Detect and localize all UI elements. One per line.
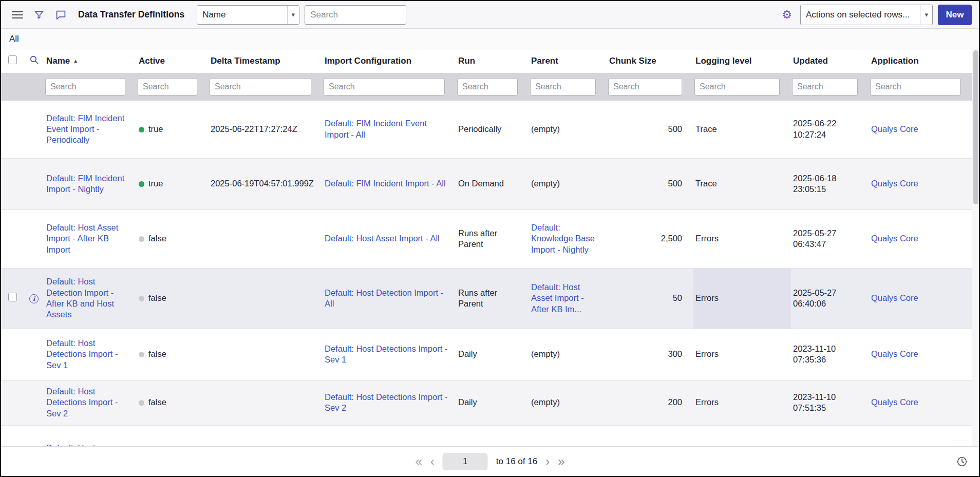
cell-active: false: [137, 268, 209, 329]
filter-input-name[interactable]: [45, 78, 125, 96]
cell-chunk-size: 500: [607, 101, 693, 158]
import-configuration-link[interactable]: Default: Host Detection Import - All: [325, 288, 443, 308]
filter-icon[interactable]: [31, 7, 47, 23]
table-row[interactable]: Default: Host Detections ImportfalseDefa…: [1, 425, 972, 446]
row-select-cell: [1, 380, 24, 425]
filter-input-delta-timestamp[interactable]: [210, 78, 311, 96]
name-link[interactable]: Default: FIM Incident Import - Nightly: [46, 174, 124, 194]
parent-link[interactable]: Default: Host Asset Import - After KB Im…: [531, 282, 584, 314]
active-status-dot: [139, 352, 144, 357]
cell-parent: (empty): [529, 329, 607, 380]
cell-delta-timestamp: [209, 268, 323, 329]
filter-input-logging-level[interactable]: [694, 78, 780, 96]
cell-run: Daily: [456, 380, 529, 425]
filter-input-parent[interactable]: [530, 78, 596, 96]
column-header-chunk-size[interactable]: Chunk Size: [607, 49, 693, 73]
cell-updated: 2023-11-10: [791, 425, 869, 446]
column-header-name[interactable]: Name▲: [44, 49, 137, 73]
cell-chunk-size: 2,500: [607, 209, 693, 268]
last-page-button[interactable]: »: [558, 455, 564, 468]
cell-name: Default: Host Detections Import - Sev 1: [44, 329, 137, 380]
column-header-application[interactable]: Application: [869, 49, 972, 73]
active-status-text: true: [148, 124, 163, 133]
table-row[interactable]: iDefault: Host Detection Import - After …: [1, 268, 972, 329]
import-configuration-link[interactable]: Default: Host Detections Import - Sev 2: [325, 392, 447, 412]
global-search-input[interactable]: [305, 5, 406, 25]
column-header-parent[interactable]: Parent: [529, 49, 607, 73]
import-configuration-link[interactable]: Default: Host Asset Import - All: [325, 234, 440, 243]
table-row[interactable]: Default: Host Detections Import - Sev 2f…: [1, 380, 972, 425]
comment-icon[interactable]: [52, 7, 69, 23]
column-header-logging-level[interactable]: Logging level: [693, 49, 791, 73]
gear-icon[interactable]: ⚙: [779, 7, 795, 23]
tab-all[interactable]: All: [9, 34, 19, 44]
first-page-button[interactable]: «: [415, 455, 422, 468]
filter-input-application[interactable]: [870, 78, 960, 96]
column-header-active[interactable]: Active: [137, 49, 209, 73]
column-header-run[interactable]: Run: [456, 49, 529, 73]
info-icon[interactable]: i: [29, 294, 39, 303]
name-link[interactable]: Default: FIM Incident Event Import - Per…: [46, 113, 124, 145]
cell-updated: 2023-11-10 07:35:36: [791, 329, 869, 380]
filter-input-updated[interactable]: [792, 78, 858, 96]
import-configuration-link[interactable]: Default: FIM Incident Event Import - All: [325, 119, 427, 139]
filter-input-active[interactable]: [138, 78, 197, 96]
application-link[interactable]: Qualys Core: [871, 397, 918, 407]
search-icon[interactable]: [29, 55, 39, 65]
active-status-text: false: [148, 234, 166, 243]
column-header-delta-timestamp[interactable]: Delta Timestamp: [209, 49, 323, 73]
table-row[interactable]: Default: FIM Incident Event Import - Per…: [1, 101, 972, 158]
row-select-cell: [1, 101, 24, 158]
filter-input-chunk-size[interactable]: [608, 78, 682, 96]
name-link[interactable]: Default: Host Detection Import - After K…: [46, 277, 114, 319]
vertical-scrollbar[interactable]: [972, 49, 979, 446]
cell-chunk-size: 50: [607, 268, 693, 329]
cell-logging-level: Trace: [693, 158, 791, 209]
filter-input-run[interactable]: [457, 78, 518, 96]
application-link[interactable]: Qualys Core: [871, 179, 918, 188]
parent-link[interactable]: Default: Knowledge Base Import - Nightly: [531, 223, 595, 254]
row-select-cell: [1, 209, 24, 268]
active-status-dot: [139, 296, 144, 301]
name-link[interactable]: Default: Host Asset Import - After KB Im…: [46, 223, 118, 254]
history-clock-icon[interactable]: [951, 447, 973, 476]
filter-input-import-configuration[interactable]: [324, 78, 445, 96]
search-field-select[interactable]: Name ▾: [197, 5, 299, 25]
cell-run: Runs after Parent: [456, 268, 529, 329]
search-field-selected-value: Name: [202, 10, 281, 20]
select-all-checkbox[interactable]: [8, 55, 17, 64]
scrollbar-thumb[interactable]: [973, 50, 978, 204]
application-link[interactable]: Qualys Core: [871, 349, 918, 358]
table-row[interactable]: Default: Host Asset Import - After KB Im…: [1, 209, 972, 268]
row-checkbox[interactable]: [8, 293, 17, 301]
cell-name: Default: FIM Incident Import - Nightly: [44, 158, 137, 209]
menu-icon[interactable]: [9, 7, 26, 23]
application-link[interactable]: Qualys Core: [871, 234, 918, 243]
name-link[interactable]: Default: Host Detections Import - Sev 1: [46, 338, 118, 370]
name-link[interactable]: Default: Host Detections Import - Sev 2: [46, 387, 118, 418]
import-configuration-link[interactable]: Default: Host Detections Import - Sev 1: [325, 344, 447, 364]
new-button[interactable]: New: [938, 5, 972, 25]
cell-parent: (empty): [529, 101, 607, 158]
row-info-cell: [24, 158, 44, 209]
row-select-cell: [1, 158, 24, 209]
cell-run: Periodically: [456, 101, 529, 158]
page-title: Data Transfer Definitions: [78, 9, 184, 20]
cell-import-configuration: Default: Host Detections Import - Sev 2: [323, 380, 456, 425]
application-link[interactable]: Qualys Core: [871, 293, 918, 302]
actions-on-selected-rows-select[interactable]: Actions on selected rows... ▾: [800, 5, 933, 25]
next-page-button[interactable]: ›: [545, 455, 550, 468]
table-row[interactable]: Default: Host Detections Import - Sev 1f…: [1, 329, 972, 380]
cell-chunk-size: 200: [607, 380, 693, 425]
column-header-import-configuration[interactable]: Import Configuration: [323, 49, 456, 73]
table-row[interactable]: Default: FIM Incident Import - Nightlytr…: [1, 158, 972, 209]
pagination-bar: « ‹ 1 to 16 of 16 › »: [1, 446, 979, 476]
application-link[interactable]: Qualys Core: [871, 124, 918, 133]
prev-page-button[interactable]: ‹: [430, 455, 435, 468]
cell-application: Qualys Core: [869, 425, 972, 446]
page-number-box[interactable]: 1: [443, 453, 488, 470]
pagination-range-text: to 16 of 16: [496, 456, 537, 467]
cell-import-configuration: Default: Host Detections: [323, 425, 456, 446]
import-configuration-link[interactable]: Default: FIM Incident Import - All: [325, 179, 446, 188]
column-header-updated[interactable]: Updated: [791, 49, 869, 73]
